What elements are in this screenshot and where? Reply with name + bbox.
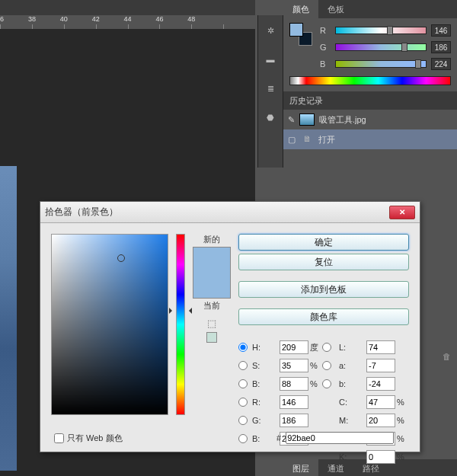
web-colors-input[interactable] xyxy=(54,433,64,443)
web-colors-checkbox[interactable]: 只有 Web 颜色 xyxy=(54,433,123,444)
ruler-tick: 44 xyxy=(124,15,132,23)
input-c[interactable] xyxy=(366,395,395,409)
color-libraries-button[interactable]: 颜色库 xyxy=(238,308,409,325)
close-button[interactable]: ✕ xyxy=(389,206,415,219)
fg-color-swatch[interactable] xyxy=(289,23,303,37)
dialog-titlebar[interactable]: 拾色器（前景色） ✕ xyxy=(40,202,420,223)
input-h[interactable] xyxy=(280,340,308,354)
radio-bb[interactable] xyxy=(238,434,248,443)
ruler-tick: 42 xyxy=(92,15,100,23)
add-swatch-button[interactable]: 添加到色板 xyxy=(238,281,409,298)
history-step-row[interactable]: ▢ 🗎 打开 xyxy=(283,129,457,149)
unit-c: % xyxy=(397,398,409,407)
slider-g-knob[interactable] xyxy=(401,43,407,52)
radio-b2[interactable] xyxy=(322,379,331,388)
history-panel-header[interactable]: 历史记录 xyxy=(283,91,457,110)
value-grid: H:度 L: S:% a: B:% b: R: C:% G: M:% B: Y:… xyxy=(238,340,409,464)
history-doc-row[interactable]: ✎ 吸管工具.jpg xyxy=(283,110,457,129)
slider-b-knob[interactable] xyxy=(415,59,421,69)
slider-b-track[interactable] xyxy=(335,60,427,68)
web-colors-label: 只有 Web 颜色 xyxy=(67,433,123,444)
saturation-value-field[interactable] xyxy=(51,234,168,415)
tool-column: ✲ ▬ ≣ ⬣ xyxy=(257,15,283,168)
eyedropper-icon: ✎ xyxy=(288,115,295,125)
trash-icon[interactable]: 🗑 xyxy=(443,352,451,361)
slider-g-label: G xyxy=(320,43,331,52)
current-color xyxy=(193,273,230,298)
slider-r: R 146 xyxy=(320,23,451,38)
adjust-icon[interactable]: ≣ xyxy=(263,81,278,96)
slider-r-track[interactable] xyxy=(335,27,427,34)
ruler-tick: 40 xyxy=(60,15,68,23)
slider-r-value[interactable]: 146 xyxy=(431,24,451,37)
hex-input[interactable] xyxy=(286,432,394,444)
unit-h: 度 xyxy=(310,342,322,353)
ruler-tick: 36 xyxy=(0,15,4,23)
new-label: 新的 xyxy=(203,234,220,245)
radio-g[interactable] xyxy=(238,416,248,425)
ok-button[interactable]: 确定 xyxy=(238,234,409,251)
hash-label: # xyxy=(276,433,281,442)
label-c: C: xyxy=(339,398,366,407)
dialog-title: 拾色器（前景色） xyxy=(45,206,389,219)
label-m: M: xyxy=(339,416,366,425)
radio-bv[interactable] xyxy=(238,379,248,388)
input-r[interactable] xyxy=(280,395,308,409)
reset-button[interactable]: 复位 xyxy=(238,254,409,270)
label-s: S: xyxy=(252,361,280,370)
unit-m: % xyxy=(397,416,409,425)
input-b2[interactable] xyxy=(366,377,395,391)
label-bv: B: xyxy=(252,379,280,388)
new-current-swatch[interactable] xyxy=(193,247,231,299)
3d-icon[interactable]: ⬣ xyxy=(263,110,278,125)
slider-b: B 224 xyxy=(320,56,451,72)
color-panel: R 146 G 186 B 224 xyxy=(283,18,457,91)
tab-swatches[interactable]: 色板 xyxy=(318,0,353,18)
ruler-tick: 46 xyxy=(155,15,163,23)
color-picker-dialog: 拾色器（前景色） ✕ 新的 当前 ⬚ 确定 复位 添加到色板 颜色库 H:度 xyxy=(40,201,420,452)
history-doc-name: 吸管工具.jpg xyxy=(319,114,366,126)
hex-row: # xyxy=(276,432,394,444)
unit-bv: % xyxy=(310,379,322,388)
image-edge xyxy=(0,166,17,471)
swatch-icon[interactable]: ▬ xyxy=(263,52,278,67)
radio-s[interactable] xyxy=(238,361,248,370)
slider-b-value[interactable]: 224 xyxy=(431,58,451,70)
color-panel-tabs: 颜色 色板 xyxy=(283,0,457,18)
slider-r-label: R xyxy=(320,26,331,35)
radio-h[interactable] xyxy=(238,343,248,352)
input-g[interactable] xyxy=(280,414,308,427)
input-l[interactable] xyxy=(366,340,395,354)
input-s[interactable] xyxy=(280,359,308,372)
sv-cursor[interactable] xyxy=(117,254,125,262)
slider-g-value[interactable]: 186 xyxy=(431,41,451,53)
input-a[interactable] xyxy=(366,359,395,372)
unit-y: % xyxy=(397,434,409,443)
hue-slider[interactable] xyxy=(176,234,185,415)
preview-column: 新的 当前 ⬚ xyxy=(193,234,231,441)
radio-a[interactable] xyxy=(322,361,331,370)
radio-l[interactable] xyxy=(322,343,331,352)
document-icon: 🗎 xyxy=(303,134,314,145)
radio-r[interactable] xyxy=(238,398,248,407)
history-state-box: ▢ xyxy=(288,135,299,145)
ruler-tick: 38 xyxy=(28,15,36,23)
label-a: a: xyxy=(339,361,366,370)
ruler-tick: 48 xyxy=(187,15,195,23)
cube-icon[interactable]: ⬚ xyxy=(207,318,216,329)
label-r: R: xyxy=(252,398,280,407)
slider-g: G 186 xyxy=(320,40,451,55)
dialog-right-column: 确定 复位 添加到色板 颜色库 H:度 L: S:% a: B:% b: R: … xyxy=(238,234,409,441)
input-k[interactable] xyxy=(366,450,395,464)
input-m[interactable] xyxy=(366,414,395,427)
spectrum-bar[interactable] xyxy=(289,76,451,85)
input-bv[interactable] xyxy=(280,377,308,391)
tab-color[interactable]: 颜色 xyxy=(283,0,318,18)
brushes-icon[interactable]: ✲ xyxy=(263,23,278,38)
unit-s: % xyxy=(310,361,322,370)
slider-r-knob[interactable] xyxy=(387,26,393,35)
slider-g-track[interactable] xyxy=(335,43,427,51)
fg-bg-swatch[interactable] xyxy=(289,23,312,46)
history-thumbnail xyxy=(299,113,315,126)
web-safe-swatch[interactable] xyxy=(206,332,217,343)
